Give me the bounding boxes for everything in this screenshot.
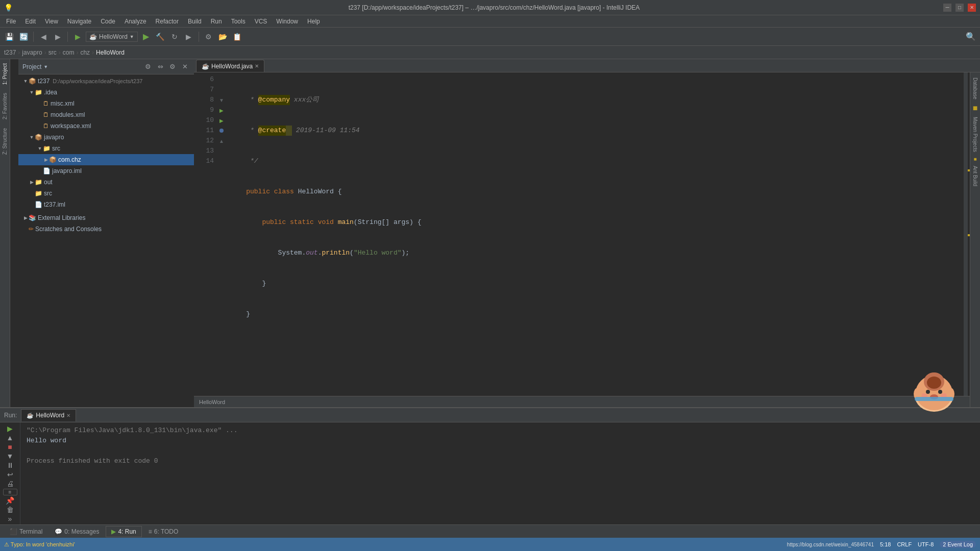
update-button[interactable]: ↻	[168, 31, 181, 43]
console-run-button[interactable]: ▶	[3, 424, 17, 433]
build-button[interactable]: 🔨	[154, 31, 166, 43]
bottom-tab-helloword[interactable]: ☕ HelloWord ✕	[21, 409, 76, 421]
mascot-decoration	[909, 367, 960, 418]
settings-button[interactable]: ⚙	[203, 31, 215, 43]
breadcrumb-javapro[interactable]: javapro	[22, 49, 42, 56]
breadcrumb-src[interactable]: src	[48, 49, 57, 56]
breadcrumb-helloword[interactable]: HelloWord	[96, 49, 125, 56]
forward-button[interactable]: ▶	[52, 31, 64, 43]
breadcrumb-sep-2: ›	[44, 49, 46, 56]
console-down-button[interactable]: ▼	[3, 452, 17, 460]
tree-root-t237[interactable]: ▼ 📦 t237 D:/app/workspace/ideaProjects/t…	[18, 76, 194, 87]
menu-file[interactable]: File	[2, 17, 20, 26]
gutter-fold-12[interactable]: ▲	[217, 136, 226, 146]
tree-t237-iml[interactable]: 📄 t237.iml	[18, 199, 194, 210]
breadcrumb-chz[interactable]: chz	[80, 49, 90, 56]
tree-misc-xml[interactable]: 🗒 misc.xml	[18, 98, 194, 109]
code-editor[interactable]: 6 7 8 9 10 11 12 13 14	[194, 72, 970, 407]
tree-javapro-iml[interactable]: 📄 javapro.iml	[18, 165, 194, 177]
maximize-button[interactable]: □	[955, 4, 964, 12]
toolbar-separator	[33, 32, 34, 42]
right-marker-2: ■	[973, 156, 976, 162]
menu-refactor[interactable]: Refactor	[152, 17, 183, 26]
terminal-tab[interactable]: ⬛ Terminal	[4, 526, 48, 537]
project-title-area[interactable]: Project ▼	[22, 63, 48, 70]
window-title: t237 [D:/app/workspace/ideaProjects/t237…	[45, 4, 943, 11]
save-all-button[interactable]: 💾	[3, 31, 15, 43]
run-config-dropdown[interactable]: ☕ HelloWord ▼	[86, 32, 138, 42]
editor-scrollbar[interactable]	[964, 72, 970, 396]
synchronize-button[interactable]: 🔄	[17, 31, 30, 43]
menu-vcs[interactable]: VCS	[251, 17, 272, 26]
back-button[interactable]: ◀	[37, 31, 50, 43]
breadcrumb-com[interactable]: com	[63, 49, 75, 56]
console-pause-button[interactable]: ⏸	[3, 461, 17, 469]
breadcrumb-t237[interactable]: t237	[4, 49, 16, 56]
tree-modules-xml[interactable]: 🗒 modules.xml	[18, 109, 194, 120]
todo-tab[interactable]: ≡ 6: TODO	[143, 526, 184, 537]
sidebar-favorites-tab[interactable]: 2: Favorites	[1, 89, 9, 123]
console-scroll-button[interactable]: ≡	[3, 489, 17, 495]
console-wrap-button[interactable]: ↩	[3, 470, 17, 479]
gutter-run-10[interactable]: ▶	[217, 115, 226, 126]
gutter-fold-8[interactable]: ▼	[217, 95, 226, 105]
clipboard-button[interactable]: 📋	[231, 31, 243, 43]
database-tab[interactable]: Database	[971, 76, 979, 102]
menu-analyze[interactable]: Analyze	[120, 17, 151, 26]
menu-navigate[interactable]: Navigate	[63, 17, 95, 26]
tree-idea-folder[interactable]: ▼ 📁 .idea	[18, 87, 194, 98]
run-coverage-button[interactable]: ▶	[183, 31, 195, 43]
breadcrumb-sep-5: ›	[92, 49, 94, 56]
menu-code[interactable]: Code	[96, 17, 119, 26]
tree-src-folder[interactable]: ▼ 📁 src	[18, 143, 194, 154]
maven-tab[interactable]: Maven Projects	[971, 115, 979, 154]
menu-window[interactable]: Window	[272, 17, 302, 26]
minimize-button[interactable]: ─	[943, 4, 951, 12]
status-encoding[interactable]: UTF-8	[918, 541, 934, 547]
tree-com-chz-package[interactable]: ▶ 📦 com.chz	[18, 154, 194, 165]
bottom-tab-close[interactable]: ✕	[66, 413, 70, 418]
tree-scratches[interactable]: ✏ Scratches and Consoles	[18, 223, 194, 235]
close-button[interactable]: ✕	[968, 4, 976, 12]
project-expand-button[interactable]: ⇔	[155, 62, 165, 72]
status-position[interactable]: 5:18	[880, 541, 891, 547]
sidebar-project-tab[interactable]: 1: Project	[1, 59, 9, 89]
sidebar-structure-tab[interactable]: Z: Structure	[1, 124, 9, 159]
console-print-button[interactable]: 🖨	[3, 480, 17, 488]
project-sync-button[interactable]: ⚙	[143, 62, 153, 72]
status-crlf[interactable]: CRLF	[897, 541, 912, 547]
console-more-button[interactable]: »	[3, 515, 17, 523]
tree-javapro-module[interactable]: ▼ 📦 javapro	[18, 132, 194, 143]
menu-help[interactable]: Help	[303, 17, 324, 26]
right-marker-1[interactable]: ■	[973, 104, 978, 113]
tree-label-javapro-iml: javapro.iml	[52, 167, 82, 174]
menu-edit[interactable]: Edit	[21, 17, 40, 26]
console-delete-button[interactable]: 🗑	[3, 506, 17, 514]
locate-button[interactable]: 📂	[217, 31, 229, 43]
typo-warning[interactable]: ⚠ Typo: In word 'chenhuizhi'	[4, 541, 75, 548]
menu-run[interactable]: Run	[207, 17, 226, 26]
ant-build-tab[interactable]: Ant Build	[971, 164, 979, 188]
console-up-button[interactable]: ▲	[3, 434, 17, 442]
menu-build[interactable]: Build	[184, 17, 206, 26]
tree-src-folder-2[interactable]: 📁 src	[18, 188, 194, 199]
tree-workspace-xml[interactable]: 🗒 workspace.xml	[18, 120, 194, 132]
run-tab[interactable]: ▶ 4: Run	[106, 526, 141, 537]
tree-external-libs[interactable]: ▶ 📚 External Libraries	[18, 212, 194, 223]
messages-tab[interactable]: 💬 0: Messages	[49, 526, 105, 537]
console-stop-button[interactable]: ■	[3, 443, 17, 451]
run-button[interactable]: ▶	[140, 31, 152, 43]
console-pin-button[interactable]: 📌	[3, 496, 17, 505]
event-log[interactable]: 2 Event Log	[940, 541, 976, 548]
menu-tools[interactable]: Tools	[227, 17, 250, 26]
menu-view[interactable]: View	[41, 17, 62, 26]
tree-out-folder[interactable]: ▶ 📁 out	[18, 177, 194, 188]
search-everywhere-button[interactable]: 🔍	[965, 31, 977, 43]
gutter-run-9[interactable]: ▶	[217, 105, 226, 115]
folder-src-icon-2: 📁	[35, 190, 42, 197]
tab-close-button[interactable]: ✕	[255, 63, 259, 69]
project-close-button[interactable]: ✕	[180, 62, 190, 72]
project-settings-button[interactable]: ⚙	[167, 62, 178, 72]
editor-tab-helloword[interactable]: ☕ HelloWord.java ✕	[196, 60, 264, 72]
code-area[interactable]: * @company xxx公司 * @create 2019-11-09 11…	[226, 72, 964, 396]
